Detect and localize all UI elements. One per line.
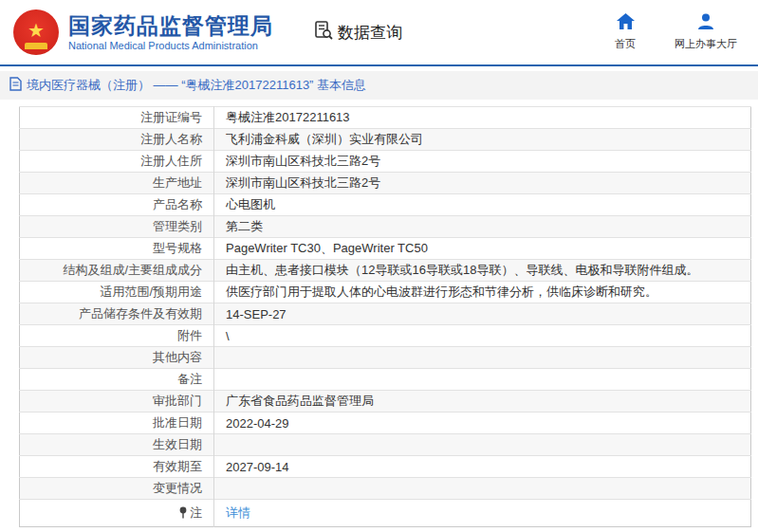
- data-query-tab[interactable]: 数据查询: [313, 20, 402, 45]
- table-row: 适用范围/预期用途供医疗部门用于提取人体的心电波群进行形态和节律分析，供临床诊断…: [20, 282, 751, 303]
- row-label: 有效期至: [20, 456, 214, 478]
- table-row: 产品名称心电图机: [20, 194, 751, 216]
- table-row: 其他内容: [20, 347, 751, 369]
- row-value: [214, 369, 751, 391]
- row-value: \: [214, 325, 751, 347]
- breadcrumb-bar: 境内医疗器械（注册） —— “粤械注准20172211613” 基本信息: [0, 71, 758, 100]
- row-value: 心电图机: [214, 194, 751, 216]
- row-value: 由主机、患者接口模块（12导联或16导联或18导联）、导联线、电极和导联附件组成…: [214, 260, 751, 282]
- row-value: 粤械注准20172211613: [214, 107, 751, 129]
- header-divider: [0, 64, 758, 66]
- row-label: 注册人名称: [20, 129, 214, 151]
- document-search-icon: [313, 20, 334, 45]
- row-value: [214, 347, 751, 369]
- table-row: 备注: [20, 369, 751, 391]
- table-row: 型号规格PageWriter TC30、PageWriter TC50: [20, 238, 751, 260]
- data-query-label: 数据查询: [338, 22, 402, 44]
- row-label: 备注: [20, 369, 214, 391]
- row-label: 其他内容: [20, 347, 214, 369]
- info-table-body: 注册证编号粤械注准20172211613注册人名称飞利浦金科威（深圳）实业有限公…: [20, 107, 751, 527]
- row-label: 注册证编号: [20, 107, 214, 129]
- site-header: ★ 国家药品监督管理局 National Medical Products Ad…: [0, 0, 758, 64]
- nav-home-label: 首页: [615, 37, 636, 51]
- home-icon: [617, 13, 635, 33]
- row-value: 详情: [214, 500, 751, 527]
- table-row: 注册人住所深圳市南山区科技北三路2号: [20, 151, 751, 173]
- row-value: 飞利浦金科威（深圳）实业有限公司: [214, 129, 751, 151]
- row-label: 型号规格: [20, 238, 214, 260]
- pin-icon: [178, 506, 188, 519]
- row-value: 供医疗部门用于提取人体的心电波群进行形态和节律分析，供临床诊断和研究。: [214, 282, 751, 303]
- detail-link[interactable]: 详情: [226, 505, 250, 520]
- table-row: 注册证编号粤械注准20172211613: [20, 107, 751, 129]
- row-label: 产品储存条件及有效期: [20, 303, 214, 325]
- table-row: 生产地址深圳市南山区科技北三路2号: [20, 173, 751, 194]
- row-label: 批准日期: [20, 413, 214, 434]
- row-value: 深圳市南山区科技北三路2号: [214, 173, 751, 194]
- nav-home[interactable]: 首页: [608, 13, 642, 51]
- row-value: 第二类: [214, 216, 751, 238]
- row-label: 适用范围/预期用途: [20, 282, 214, 303]
- row-label: 注: [20, 500, 214, 527]
- user-icon: [697, 13, 714, 33]
- nav-online-hall[interactable]: 网上办事大厅: [675, 13, 737, 51]
- row-label: 生产地址: [20, 173, 214, 194]
- site-logo[interactable]: ★ 国家药品监督管理局 National Medical Products Ad…: [13, 9, 273, 55]
- row-value: [214, 478, 751, 500]
- table-row: 管理类别第二类: [20, 216, 751, 238]
- row-value: 广东省食品药品监督管理局: [214, 391, 751, 413]
- row-value: 深圳市南山区科技北三路2号: [214, 151, 751, 173]
- row-value: [214, 434, 751, 456]
- file-icon: [9, 77, 22, 95]
- table-row: 附件\: [20, 325, 751, 347]
- table-row: 审批部门广东省食品药品监督管理局: [20, 391, 751, 413]
- top-nav: 首页 网上办事大厅: [608, 13, 737, 51]
- table-row: 生效日期: [20, 434, 751, 456]
- org-name-en: National Medical Products Administration: [68, 40, 273, 51]
- table-row: 批准日期2022-04-29: [20, 413, 751, 434]
- registration-info-table: 注册证编号粤械注准20172211613注册人名称飞利浦金科威（深圳）实业有限公…: [19, 106, 751, 527]
- row-value: 14-SEP-27: [214, 303, 751, 325]
- national-emblem-icon: ★: [13, 9, 59, 55]
- row-label: 产品名称: [20, 194, 214, 216]
- row-value: PageWriter TC30、PageWriter TC50: [214, 238, 751, 260]
- table-row: 结构及组成/主要组成成分由主机、患者接口模块（12导联或16导联或18导联）、导…: [20, 260, 751, 282]
- row-label: 变更情况: [20, 478, 214, 500]
- row-value: 2027-09-14: [214, 456, 751, 478]
- table-row: 注册人名称飞利浦金科威（深圳）实业有限公司: [20, 129, 751, 151]
- breadcrumb: 境内医疗器械（注册） —— “粤械注准20172211613” 基本信息: [27, 77, 366, 94]
- row-value: 2022-04-29: [214, 413, 751, 434]
- nav-online-hall-label: 网上办事大厅: [675, 37, 737, 51]
- row-label: 生效日期: [20, 434, 214, 456]
- row-label: 注册人住所: [20, 151, 214, 173]
- row-label: 审批部门: [20, 391, 214, 413]
- row-label: 管理类别: [20, 216, 214, 238]
- table-row: 有效期至2027-09-14: [20, 456, 751, 478]
- table-row: 变更情况: [20, 478, 751, 500]
- table-row: 注详情: [20, 500, 751, 527]
- org-name-cn: 国家药品监督管理局: [68, 13, 273, 38]
- row-label: 结构及组成/主要组成成分: [20, 260, 214, 282]
- row-label: 附件: [20, 325, 214, 347]
- table-row: 产品储存条件及有效期14-SEP-27: [20, 303, 751, 325]
